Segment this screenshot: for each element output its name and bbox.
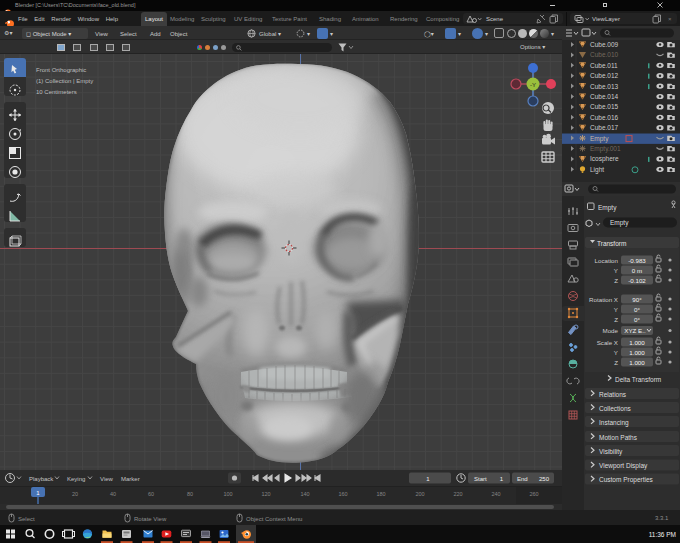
svg-text:Z: Z (614, 316, 618, 323)
svg-text:Cube.017: Cube.017 (590, 124, 619, 131)
svg-text:View: View (100, 476, 114, 482)
svg-text:Custom Properties: Custom Properties (599, 476, 654, 484)
svg-text:Y: Y (614, 267, 618, 274)
svg-text:Empty: Empty (610, 219, 629, 227)
svg-text:0°: 0° (634, 306, 640, 313)
svg-text:Location: Location (595, 257, 619, 264)
svg-text:Empty: Empty (598, 204, 617, 212)
svg-text:Transform: Transform (597, 240, 626, 247)
svg-text:Relations: Relations (599, 391, 627, 398)
svg-text:Start: Start (474, 476, 487, 482)
svg-text:Light: Light (590, 166, 604, 174)
svg-text:Object Context Menu: Object Context Menu (246, 516, 302, 522)
svg-text:-Y: -Y (530, 82, 536, 88)
svg-text:Empty: Empty (590, 135, 609, 143)
svg-text:XYZ E..: XYZ E.. (624, 327, 646, 334)
svg-text:240: 240 (491, 491, 500, 497)
svg-text:140: 140 (300, 491, 309, 497)
svg-text:180: 180 (376, 491, 385, 497)
svg-text:11:36 PM: 11:36 PM (649, 531, 676, 538)
svg-text:-0.983: -0.983 (628, 257, 646, 264)
svg-text:40: 40 (110, 491, 116, 497)
svg-text:Cube.010: Cube.010 (590, 51, 619, 58)
svg-text:260: 260 (529, 491, 538, 497)
svg-text:Y: Y (614, 349, 618, 356)
svg-text:Cube.012: Cube.012 (590, 72, 619, 79)
svg-text:1.000: 1.000 (629, 349, 645, 356)
svg-text:20: 20 (72, 491, 78, 497)
svg-text:Delta Transform: Delta Transform (615, 376, 661, 383)
svg-text:Z: Z (614, 359, 618, 366)
svg-text:Cube.011: Cube.011 (590, 62, 618, 69)
svg-text:80: 80 (187, 491, 193, 497)
svg-text:0 m: 0 m (632, 267, 642, 274)
svg-text:Marker: Marker (121, 476, 140, 482)
svg-text:Cube.014: Cube.014 (590, 93, 619, 100)
svg-text:Rotate View: Rotate View (134, 516, 167, 522)
svg-text:Icosphere: Icosphere (590, 155, 619, 163)
svg-text:Viewport Display: Viewport Display (599, 462, 648, 470)
svg-text:Rotation X: Rotation X (589, 296, 618, 303)
svg-text:Collections: Collections (599, 405, 632, 412)
svg-text:120: 120 (261, 491, 270, 497)
svg-text:90°: 90° (632, 296, 642, 303)
svg-text:-0.102: -0.102 (628, 277, 646, 284)
svg-text:Cube.013: Cube.013 (590, 83, 619, 90)
svg-text:0°: 0° (634, 316, 640, 323)
svg-text:Playback: Playback (29, 476, 54, 482)
svg-text:Scale X: Scale X (597, 339, 618, 346)
svg-text:Cube.016: Cube.016 (590, 114, 619, 121)
svg-text:Motion Paths: Motion Paths (599, 434, 638, 441)
svg-text:1.000: 1.000 (629, 359, 645, 366)
svg-text:Z: Z (614, 277, 618, 284)
svg-text:200: 200 (415, 491, 424, 497)
svg-text:220: 220 (453, 491, 462, 497)
svg-text:Mode: Mode (603, 327, 619, 334)
svg-text:Select: Select (18, 516, 35, 522)
svg-text:Instancing: Instancing (599, 419, 629, 427)
svg-text:1.000: 1.000 (629, 339, 645, 346)
svg-text:Cube.015: Cube.015 (590, 103, 619, 110)
svg-text:Empty.001: Empty.001 (590, 145, 621, 153)
svg-text:Y: Y (614, 306, 618, 313)
svg-text:160: 160 (338, 491, 347, 497)
svg-text:60: 60 (148, 491, 154, 497)
svg-text:100: 100 (223, 491, 232, 497)
svg-text:Cube.009: Cube.009 (590, 41, 619, 48)
svg-text:Keying: Keying (67, 476, 85, 482)
svg-text:250: 250 (539, 476, 550, 482)
svg-text:Visibility: Visibility (599, 448, 623, 456)
svg-text:End: End (517, 476, 528, 482)
